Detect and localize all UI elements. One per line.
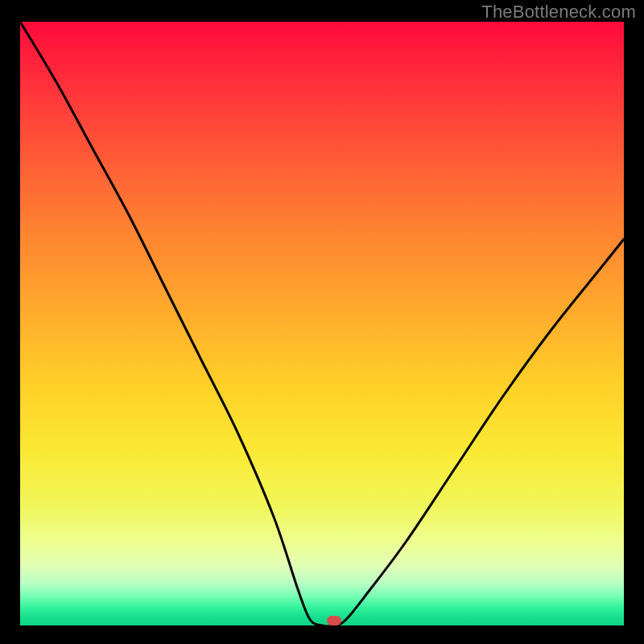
bottleneck-curve-path: [20, 22, 624, 625]
chart-frame: TheBottleneck.com: [0, 0, 644, 644]
plot-area: [20, 22, 624, 625]
watermark-text: TheBottleneck.com: [481, 2, 636, 23]
curve-svg: [20, 22, 624, 625]
optimum-marker: [327, 616, 341, 625]
